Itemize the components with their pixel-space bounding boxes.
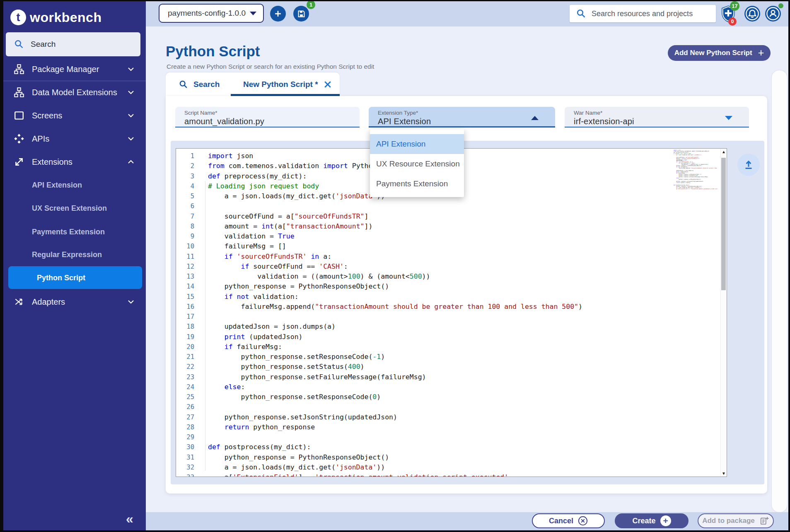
workbench-logo-icon: t [10,10,26,25]
sidebar-subitem-api-extension[interactable]: API Extension [3,177,146,193]
tab-new-python-script[interactable]: New Python Script * [243,72,331,96]
sidebar-search-label: Search [31,40,56,49]
search-icon [576,9,586,19]
script-name-field[interactable]: Script Name* amount_validation.py [175,107,360,128]
cancel-label: Cancel [549,517,573,525]
sidebar-item-label: Package Manager [32,65,99,74]
online-status-dot [778,3,783,8]
chevron-down-icon [128,137,134,141]
chevron-down-icon [250,12,256,15]
scroll-up-icon[interactable]: ▲ [721,149,727,154]
war-name-label: War Name* [574,110,749,116]
add-to-package-label: Add to package [702,517,755,525]
person-icon [765,6,781,22]
scroll-down-icon[interactable]: ▼ [721,471,727,476]
sidebar-collapse-button[interactable]: « [126,511,133,527]
close-icon[interactable] [324,81,331,88]
sidebar-subitem-payments-extension[interactable]: Payments Extension [3,224,146,240]
extension-type-dropdown: API Extension UX Resource Extension Paym… [370,129,464,197]
sidebar-subitem-regular-expression[interactable]: Regular Expression [3,246,146,263]
add-resource-button[interactable] [270,6,286,22]
sidebar-subitem-label: Payments Extension [32,228,105,236]
bottom-action-bar: Cancel Create + Add to package [146,512,788,530]
extension-type-field[interactable]: Extension Type* API Extension [369,107,555,128]
sidebar-item-label: Data Model Extensions [32,88,117,97]
sidebar-item-adapters[interactable]: Adapters [3,293,146,311]
sidebar-subitem-label: Python Script [37,273,85,282]
tab-search[interactable]: Search [179,72,220,96]
dropdown-option-ux-resource-extension[interactable]: UX Resource Extension [370,154,464,174]
tab-label: New Python Script * [243,80,318,89]
add-button-label: Add New Python Script [674,49,752,57]
screen-icon [14,110,24,121]
sidebar-item-label: APIs [32,134,49,144]
sidebar-subitem-ux-screen-extension[interactable]: UX Screen Extension [3,200,146,217]
sidebar-item-label: Screens [32,111,62,120]
war-name-field[interactable]: War Name* irf-extension-api [565,107,749,128]
save-button[interactable] [293,6,309,22]
package-document-plus-icon [759,516,769,526]
add-new-python-script-button[interactable]: Add New Python Script + [668,45,771,61]
brand-title: workbench [30,10,101,25]
script-name-value: amount_validation.py [184,117,360,126]
page-subtitle: Create a new Python Script or search for… [167,63,374,70]
logo-letter: t [17,11,20,24]
chevron-down-icon [725,116,732,120]
app-window: t workbench Search Package Manager [0,0,790,532]
chevron-up-icon [531,116,539,120]
sidebar-item-screens[interactable]: Screens [3,106,146,125]
sidebar: t workbench Search Package Manager [3,1,146,530]
sidebar-subitem-label: UX Screen Extension [32,204,107,213]
extension-type-value: API Extension [378,117,555,126]
dropdown-option-api-extension[interactable]: API Extension [370,134,464,154]
main-content: Python Script Create a new Python Script… [146,26,788,512]
window-border-left [0,0,3,532]
sidebar-item-label: Adapters [32,297,65,307]
sidebar-subitem-label: Regular Expression [32,250,102,259]
global-search-input[interactable]: Search resources and projects [570,5,716,22]
cancel-button[interactable]: Cancel [532,513,605,528]
upload-script-button[interactable] [737,154,760,176]
tab-label: Search [193,80,220,89]
account-button[interactable] [765,6,781,22]
editor-scrollbar[interactable]: ▲ ▼ [720,149,727,477]
sidebar-subitem-python-script-selected[interactable]: Python Script [8,266,142,289]
search-icon [14,39,24,49]
expand-arrows-icon [14,156,24,167]
save-count-badge: 1 [307,0,315,9]
project-select-value: payments-config-1.0.0 [168,9,246,18]
add-to-package-button[interactable]: Add to package [698,513,774,528]
sidebar-search-input[interactable]: Search [6,32,140,56]
save-icon [297,10,306,18]
editor-gutter: 1234567891011121314151617181920212223242… [176,151,194,477]
search-icon [179,80,188,89]
code-editor[interactable]: 1234567891011121314151617181920212223242… [176,148,727,477]
sidebar-item-label: Extensions [32,157,72,167]
project-select[interactable]: payments-config-1.0.0 [159,4,264,23]
create-label: Create [632,517,655,525]
adapter-arrows-icon [14,296,24,307]
window-border-bottom [0,530,790,532]
create-button[interactable]: Create + [615,513,689,528]
sidebar-item-package-manager[interactable]: Package Manager [3,60,146,78]
sidebar-item-data-model-extensions[interactable]: Data Model Extensions [3,83,146,101]
sidebar-item-extensions[interactable]: Extensions [3,153,146,171]
sidebar-item-apis[interactable]: APIs [3,130,146,148]
editor-minimap[interactable]: import jsonfrom com.temenos.validation i… [674,150,718,190]
indent-guide [205,181,205,471]
page-title: Python Script [166,43,260,60]
bell-icon [744,6,760,22]
dropdown-option-payments-extension[interactable]: Payments Extension [370,174,464,194]
scrollbar-thumb[interactable] [721,158,726,290]
security-count-badge: 17 [730,1,739,11]
active-tab-underline [231,94,340,96]
page-scrollbar-track[interactable] [772,70,787,512]
chevron-up-icon [128,160,134,164]
notifications-button[interactable] [744,6,760,22]
chevron-down-icon [128,67,134,71]
plus-icon [273,9,283,18]
sidebar-divider [3,81,146,81]
tabstrip: Search New Python Script * [166,72,340,96]
editor-code[interactable]: import jsonfrom com.temenos.validation i… [208,151,582,477]
cancel-circle-x-icon [578,516,588,526]
